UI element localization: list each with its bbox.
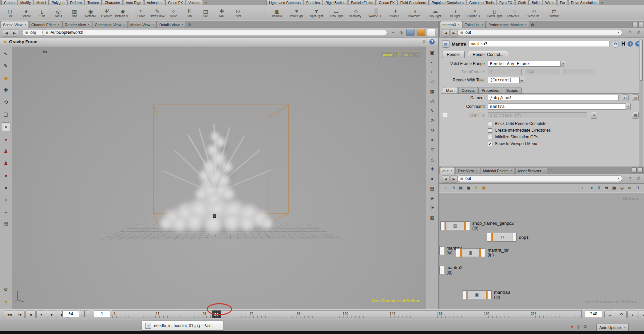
- node-flag-icon[interactable]: [439, 266, 444, 274]
- pane-tab[interactable]: Composite View ✕: [93, 21, 128, 28]
- pane-tab[interactable]: mantra3 ✕: [440, 21, 462, 28]
- view-panel-icon[interactable]: [427, 29, 435, 36]
- parameter-tab[interactable]: Objects: [458, 87, 478, 93]
- add-shelf-tab-icon[interactable]: ⊕: [204, 1, 207, 5]
- viewport-display-icon[interactable]: ⊙: [429, 117, 436, 124]
- shelf-tab[interactable]: Solid: [529, 0, 542, 5]
- status-icon[interactable]: ◎: [577, 324, 580, 329]
- close-tab-icon[interactable]: ✕: [88, 23, 90, 26]
- render-control-button[interactable]: Render Control...: [468, 51, 508, 58]
- back-button[interactable]: ◀: [442, 175, 449, 183]
- shelf-tab[interactable]: Model: [34, 0, 49, 5]
- pane-tab[interactable]: Material Palette ✕: [481, 167, 515, 174]
- add-shelf-tab-icon[interactable]: ⊕: [601, 1, 604, 5]
- checkbox-row[interactable]: Block Until Render Complete: [488, 121, 551, 126]
- network-tool-icon[interactable]: ▦: [465, 185, 472, 191]
- viewport-tool-icon[interactable]: ⟲: [2, 98, 10, 106]
- viewport-tool-icon[interactable]: ●: [2, 183, 10, 191]
- viewport-display-icon[interactable]: △: [429, 155, 436, 163]
- checkbox[interactable]: [488, 135, 492, 139]
- frame-decrement-button[interactable]: −: [80, 311, 85, 317]
- shelf-tool[interactable]: ∞ Stereo Ca...: [524, 5, 544, 20]
- shelf-tool[interactable]: ⇄ Switcher: [544, 5, 564, 20]
- viewport-display-icon[interactable]: ▦: [429, 87, 436, 95]
- network-tool-icon[interactable]: ⊞: [450, 185, 457, 191]
- pane-tab[interactable]: /out ✕: [440, 167, 455, 174]
- forward-button[interactable]: ▶: [450, 175, 458, 183]
- viewport-display-icon[interactable]: ⟳: [429, 204, 436, 211]
- pane-tab[interactable]: Channel Editor ✕: [29, 21, 62, 28]
- close-tab-icon[interactable]: ✕: [152, 23, 154, 26]
- viewport-display-icon[interactable]: ▽: [429, 146, 436, 153]
- spinner-icon[interactable]: ▲▼: [519, 77, 524, 83]
- shelf-tool[interactable]: ◻ Box: [2, 5, 18, 20]
- network-tool-icon[interactable]: ⇆: [603, 185, 610, 191]
- shelf-tool[interactable]: ▼ Spot Light: [307, 5, 326, 20]
- checkbox[interactable]: [488, 122, 492, 126]
- viewport-display-icon[interactable]: ○: [429, 68, 436, 75]
- new-pane-tab-icon[interactable]: ⊕: [187, 22, 191, 27]
- viewport-tool-icon[interactable]: ◒: [2, 207, 10, 215]
- node-shop-flames-genpc2[interactable]: ▥ shop_flames_genpc2(ip): [440, 221, 514, 231]
- shelf-tab[interactable]: Deform: [67, 0, 84, 5]
- network-canvas[interactable]: Outputs ▥ shop_flames_genpc2(ip) ⊓ dop1 …: [439, 193, 644, 309]
- link-icon[interactable]: ◎: [398, 29, 404, 36]
- render-button[interactable]: Render: [442, 51, 465, 58]
- pane-tab[interactable]: Details View ✕: [157, 21, 186, 28]
- start-frame-field[interactable]: 1: [94, 311, 110, 317]
- shelf-tab[interactable]: Cloth: [515, 0, 529, 5]
- view-sphere-icon[interactable]: [417, 29, 425, 36]
- shelf-tool[interactable]: ◎ Torus: [50, 5, 66, 20]
- shelf-tool[interactable]: Ψ LSystem: [99, 5, 115, 20]
- viewport-display-icon[interactable]: ◐: [429, 58, 436, 66]
- network-tool-icon[interactable]: ⊕: [626, 185, 633, 191]
- node-flag-icon[interactable]: [439, 246, 444, 255]
- mantra-node-icon[interactable]: ▣: [462, 290, 492, 299]
- pane-maximize-icon[interactable]: [638, 22, 643, 27]
- command-field[interactable]: mantra ▼: [488, 104, 631, 110]
- tree-chooser-icon[interactable]: ▤: [632, 94, 639, 101]
- shelf-tab[interactable]: Particle Fluids: [348, 0, 376, 5]
- forward-button[interactable]: ▶: [450, 29, 458, 37]
- shelf-tool[interactable]: ▭ Area Light: [326, 5, 346, 20]
- shelf-tab[interactable]: Particles: [304, 0, 322, 5]
- checkbox[interactable]: [488, 128, 492, 133]
- shelf-tab[interactable]: Fur: [557, 0, 568, 5]
- shelf-tool[interactable]: ○ Circle: [165, 5, 181, 20]
- checkbox-row[interactable]: Create Intermediate Directories: [488, 128, 551, 133]
- network-tool-icon[interactable]: ✎: [473, 185, 480, 191]
- path-field[interactable]: ▦ out ▾: [457, 29, 622, 36]
- link-icon[interactable]: ◎: [635, 175, 641, 181]
- frame-increment-button[interactable]: +: [85, 311, 89, 317]
- file-browser-icon[interactable]: ▤: [632, 112, 639, 119]
- shelf-tool[interactable]: ◐ Environm...: [406, 5, 425, 20]
- viewport-tool-icon[interactable]: ★: [2, 297, 10, 306]
- transport-button[interactable]: ▶: [47, 311, 57, 318]
- timeline-ruler[interactable]: 124487296120144168192216 54: [112, 310, 582, 318]
- shelf-tab[interactable]: Pyro FX: [497, 0, 515, 5]
- playback-option-button[interactable]: ↔: [604, 311, 615, 318]
- network-tool-icon[interactable]: ⊟: [634, 185, 641, 191]
- shelf-tab[interactable]: Auto Rigs: [123, 0, 144, 5]
- shelf-tool[interactable]: ☀ Distant Li...: [386, 5, 406, 20]
- shelf-tool[interactable]: ▯ Portal Light: [485, 5, 504, 20]
- close-tab-icon[interactable]: ✕: [181, 23, 183, 26]
- viewport-tool-icon[interactable]: ●: [2, 195, 10, 203]
- disk-file-field[interactable]: $HIP/test.ifd: [488, 112, 587, 118]
- viewport-tool-icon[interactable]: ♟: [2, 159, 10, 167]
- network-tool-icon[interactable]: ▤: [458, 185, 464, 191]
- viewport-display-icon[interactable]: ◇: [429, 78, 436, 85]
- shelf-tool[interactable]: ◑ GI Light: [445, 5, 465, 20]
- path-field[interactable]: ▦ AutoDopNetwork0: [42, 29, 387, 36]
- close-tab-icon[interactable]: ✕: [476, 169, 478, 172]
- back-button[interactable]: ◀: [3, 29, 10, 37]
- dropdown-icon[interactable]: ▾: [618, 177, 619, 180]
- shelf-tab[interactable]: Rigid Bodies: [323, 0, 348, 5]
- viewport-tool-icon[interactable]: ⚙: [2, 285, 10, 293]
- pane-split-icon[interactable]: [632, 168, 637, 173]
- pane-tab[interactable]: Tree View ✕: [455, 167, 480, 174]
- gear-icon[interactable]: ⚙: [612, 41, 619, 48]
- shelf-tool[interactable]: ◇ Geometry...: [346, 5, 366, 20]
- info-icon[interactable]: i: [628, 41, 633, 47]
- end-field[interactable]: 240: [525, 69, 558, 75]
